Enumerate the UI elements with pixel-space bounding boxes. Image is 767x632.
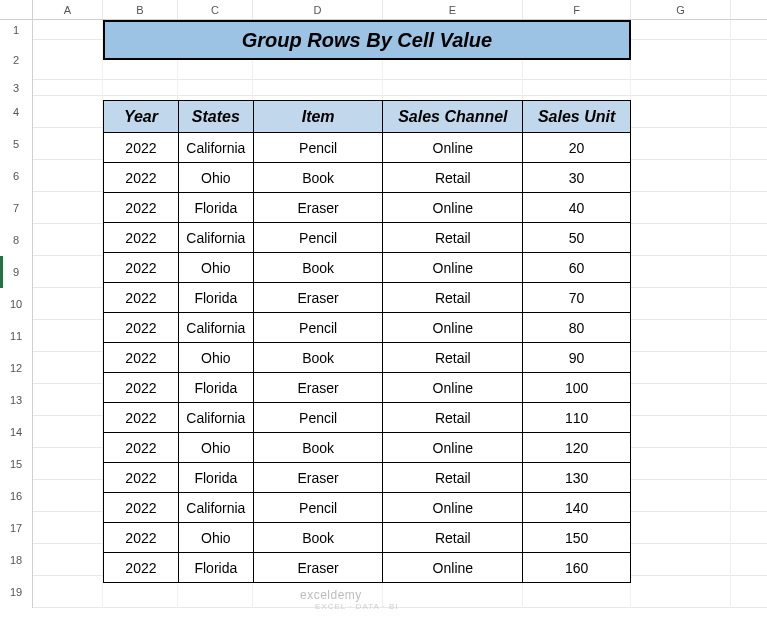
cell-channel[interactable]: Online bbox=[383, 553, 523, 583]
cell-channel[interactable]: Online bbox=[383, 493, 523, 523]
column-header-G[interactable]: G bbox=[631, 0, 731, 19]
cell-item[interactable]: Book bbox=[253, 433, 383, 463]
cell-channel[interactable]: Retail bbox=[383, 343, 523, 373]
cell-item[interactable]: Eraser bbox=[253, 283, 383, 313]
cell-state[interactable]: California bbox=[178, 223, 253, 253]
cell-year[interactable]: 2022 bbox=[104, 163, 179, 193]
cell-item[interactable]: Book bbox=[253, 163, 383, 193]
row-header-8[interactable]: 8 bbox=[0, 224, 33, 256]
cell-unit[interactable]: 70 bbox=[523, 283, 631, 313]
cell-unit[interactable]: 130 bbox=[523, 463, 631, 493]
row-header-14[interactable]: 14 bbox=[0, 416, 33, 448]
grid-cell[interactable] bbox=[33, 352, 103, 384]
grid-cell[interactable] bbox=[631, 544, 731, 576]
cell-item[interactable]: Pencil bbox=[253, 403, 383, 433]
cell-year[interactable]: 2022 bbox=[104, 223, 179, 253]
grid-cell[interactable] bbox=[33, 80, 103, 96]
grid-cell[interactable] bbox=[33, 192, 103, 224]
row-header-18[interactable]: 18 bbox=[0, 544, 33, 576]
row-header-9[interactable]: 9 bbox=[0, 256, 33, 288]
cell-channel[interactable]: Online bbox=[383, 253, 523, 283]
cell-unit[interactable]: 90 bbox=[523, 343, 631, 373]
grid-cell[interactable] bbox=[33, 20, 103, 40]
row-header-19[interactable]: 19 bbox=[0, 576, 33, 608]
grid-cell[interactable] bbox=[33, 256, 103, 288]
cell-state[interactable]: Ohio bbox=[178, 163, 253, 193]
cell-unit[interactable]: 30 bbox=[523, 163, 631, 193]
column-header-E[interactable]: E bbox=[383, 0, 523, 19]
row-header-1[interactable]: 1 bbox=[0, 20, 33, 40]
cell-channel[interactable]: Retail bbox=[383, 283, 523, 313]
column-header-B[interactable]: B bbox=[103, 0, 178, 19]
grid-cell[interactable] bbox=[631, 160, 731, 192]
grid-cell[interactable] bbox=[631, 448, 731, 480]
cell-year[interactable]: 2022 bbox=[104, 193, 179, 223]
row-header-3[interactable]: 3 bbox=[0, 80, 33, 96]
cell-year[interactable]: 2022 bbox=[104, 313, 179, 343]
cell-state[interactable]: California bbox=[178, 493, 253, 523]
cell-state[interactable]: Florida bbox=[178, 373, 253, 403]
column-header-C[interactable]: C bbox=[178, 0, 253, 19]
grid-cell[interactable] bbox=[631, 320, 731, 352]
cell-year[interactable]: 2022 bbox=[104, 133, 179, 163]
column-header-F[interactable]: F bbox=[523, 0, 631, 19]
cell-unit[interactable]: 140 bbox=[523, 493, 631, 523]
cell-year[interactable]: 2022 bbox=[104, 373, 179, 403]
header-states[interactable]: States bbox=[178, 101, 253, 133]
grid-cell[interactable] bbox=[631, 384, 731, 416]
row-header-2[interactable]: 2 bbox=[0, 40, 33, 80]
grid-cell[interactable] bbox=[33, 576, 103, 608]
cell-year[interactable]: 2022 bbox=[104, 433, 179, 463]
cell-state[interactable]: Ohio bbox=[178, 343, 253, 373]
cell-channel[interactable]: Online bbox=[383, 133, 523, 163]
cell-item[interactable]: Pencil bbox=[253, 223, 383, 253]
cell-item[interactable]: Eraser bbox=[253, 553, 383, 583]
grid-cell[interactable] bbox=[33, 40, 103, 80]
row-header-13[interactable]: 13 bbox=[0, 384, 33, 416]
grid-cell[interactable] bbox=[33, 224, 103, 256]
row-header-12[interactable]: 12 bbox=[0, 352, 33, 384]
row-header-15[interactable]: 15 bbox=[0, 448, 33, 480]
grid-cell[interactable] bbox=[178, 80, 253, 96]
cell-item[interactable]: Eraser bbox=[253, 463, 383, 493]
grid-cell[interactable] bbox=[631, 416, 731, 448]
row-header-6[interactable]: 6 bbox=[0, 160, 33, 192]
cell-year[interactable]: 2022 bbox=[104, 403, 179, 433]
cell-unit[interactable]: 60 bbox=[523, 253, 631, 283]
cell-state[interactable]: Florida bbox=[178, 193, 253, 223]
header-year[interactable]: Year bbox=[104, 101, 179, 133]
cell-channel[interactable]: Retail bbox=[383, 463, 523, 493]
column-header-D[interactable]: D bbox=[253, 0, 383, 19]
grid-cell[interactable] bbox=[631, 224, 731, 256]
cell-item[interactable]: Eraser bbox=[253, 373, 383, 403]
cell-year[interactable]: 2022 bbox=[104, 463, 179, 493]
grid-cell[interactable] bbox=[631, 192, 731, 224]
row-header-7[interactable]: 7 bbox=[0, 192, 33, 224]
cell-channel[interactable]: Online bbox=[383, 313, 523, 343]
cell-year[interactable]: 2022 bbox=[104, 523, 179, 553]
grid-cell[interactable] bbox=[33, 512, 103, 544]
grid-cell[interactable] bbox=[33, 128, 103, 160]
cell-item[interactable]: Pencil bbox=[253, 313, 383, 343]
header-item[interactable]: Item bbox=[253, 101, 383, 133]
grid-cell[interactable] bbox=[631, 80, 731, 96]
grid-cell[interactable] bbox=[631, 256, 731, 288]
cell-item[interactable]: Book bbox=[253, 253, 383, 283]
grid-cell[interactable] bbox=[33, 288, 103, 320]
grid-cell[interactable] bbox=[33, 384, 103, 416]
cell-unit[interactable]: 100 bbox=[523, 373, 631, 403]
row-header-16[interactable]: 16 bbox=[0, 480, 33, 512]
cell-item[interactable]: Pencil bbox=[253, 133, 383, 163]
cell-unit[interactable]: 40 bbox=[523, 193, 631, 223]
grid-cell[interactable] bbox=[631, 128, 731, 160]
cell-item[interactable]: Book bbox=[253, 523, 383, 553]
cell-state[interactable]: Florida bbox=[178, 463, 253, 493]
grid-cell[interactable] bbox=[103, 80, 178, 96]
grid-cell[interactable] bbox=[631, 288, 731, 320]
cell-state[interactable]: California bbox=[178, 313, 253, 343]
cell-channel[interactable]: Retail bbox=[383, 403, 523, 433]
grid-cell[interactable] bbox=[33, 320, 103, 352]
cell-state[interactable]: Florida bbox=[178, 553, 253, 583]
grid-cell[interactable] bbox=[33, 96, 103, 128]
cell-unit[interactable]: 50 bbox=[523, 223, 631, 253]
